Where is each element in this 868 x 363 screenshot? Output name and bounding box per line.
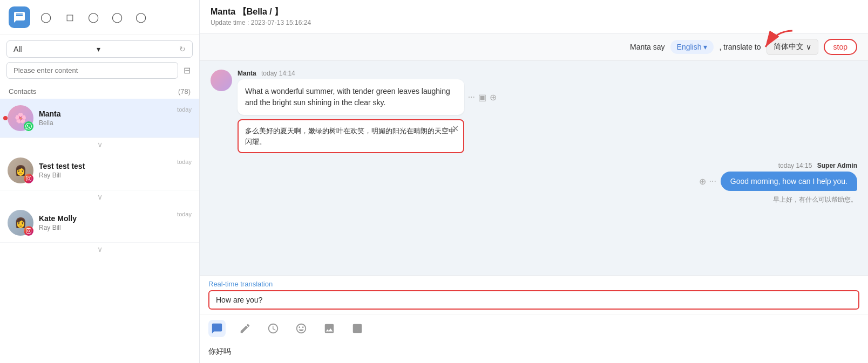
expand-chevron-kate[interactable]: ∨: [97, 245, 103, 254]
whatsapp-icon[interactable]: ◯: [85, 9, 101, 25]
msg-body-manta: Manta today 14:14 What a wonderful summe…: [238, 70, 464, 153]
chat-main: Manta 【Bella / 】 Update time : 2023-07-1…: [200, 0, 868, 363]
contact-name-kate: Kate Molly: [39, 214, 172, 223]
contact-time-manta: today: [177, 106, 192, 113]
chevron-row-manta: ∨: [0, 138, 199, 151]
msg-avatar-manta: [211, 70, 232, 91]
msg-sender-manta: Manta: [238, 70, 256, 77]
msg-out-sender: Super Admin: [817, 162, 857, 169]
chevron-down-icon: ▾: [97, 45, 100, 53]
target-lang-chevron: ∨: [806, 43, 811, 51]
sidebar-controls: All ▾ ↻ ⊟: [0, 35, 199, 84]
all-dropdown[interactable]: All ▾ ↻: [6, 40, 193, 58]
add-icon[interactable]: ⊕: [699, 176, 706, 187]
contact-info-manta: Manta Bella: [39, 109, 172, 127]
translation-bar: Manta say English ▾ , translate to 简体中文 …: [200, 33, 868, 61]
target-lang-label: 简体中文: [774, 42, 804, 52]
emoji-toolbar-icon[interactable]: [293, 320, 310, 337]
outgoing-translation: 早上好，有什么可以帮助您。: [773, 195, 857, 204]
contact-list: 🌸 Manta Bella today ∨ 👩 Test test test: [0, 99, 199, 363]
chat-bubble-toolbar-icon[interactable]: [208, 320, 226, 337]
search-row: ⊟: [6, 62, 193, 79]
contact-name-manta: Manta: [39, 109, 172, 118]
target-lang-dropdown[interactable]: 简体中文 ∨: [767, 39, 818, 55]
more-options-icon[interactable]: ···: [468, 92, 475, 102]
msg-out-time: today 14:15: [778, 162, 812, 169]
bubble-wrap-manta: What a wonderful summer, with tender gre…: [238, 79, 464, 115]
whatsapp-badge: [24, 121, 33, 131]
realtime-translation-label: Real-time translation: [200, 276, 868, 290]
instagram-icon[interactable]: ◻: [62, 9, 78, 25]
globe-icon[interactable]: ⊕: [490, 92, 497, 102]
avatar-wrap: 🌸: [8, 105, 33, 131]
contact-sub-kate: Ray Bill: [39, 224, 172, 231]
filter-icon[interactable]: ⊟: [181, 63, 193, 78]
input-text-area[interactable]: 你好吗: [200, 343, 868, 363]
expand-chevron-test[interactable]: ∨: [97, 193, 103, 201]
out-wrap: ⊕ ··· Good morning, how can I help you.: [699, 172, 857, 191]
chat-header: Manta 【Bella / 】 Update time : 2023-07-1…: [200, 0, 868, 33]
telegram-icon[interactable]: ◯: [133, 9, 149, 25]
contact-sub-manta: Bella: [39, 119, 172, 127]
contact-time-test: today: [177, 159, 192, 165]
clock-toolbar-icon[interactable]: [265, 320, 282, 337]
expand-chevron-manta[interactable]: ∨: [97, 140, 103, 149]
msg-meta-manta: Manta today 14:14: [238, 70, 464, 77]
realtime-input-box[interactable]: How are you?: [208, 290, 859, 310]
chat-update-time: Update time : 2023-07-13 15:16:24: [211, 19, 857, 26]
image-text-toolbar-icon[interactable]: [321, 320, 338, 337]
message-bubble-manta: What a wonderful summer, with tender gre…: [238, 79, 464, 115]
source-lang-dropdown[interactable]: English ▾: [670, 40, 714, 54]
avatar-wrap-test: 👩: [8, 157, 33, 183]
contact-item-test[interactable]: 👩 Test test test Ray Bill today: [0, 151, 199, 190]
contacts-count: (78): [178, 87, 191, 95]
toolbar-icons: [200, 314, 868, 343]
instagram-badge-test: [24, 174, 33, 183]
contact-item-manta[interactable]: 🌸 Manta Bella today: [0, 99, 199, 138]
facebook-icon[interactable]: ◯: [38, 9, 54, 25]
source-lang-label: English: [677, 43, 702, 51]
bubble-actions: ··· ▣ ⊕: [468, 92, 497, 102]
search-input[interactable]: [6, 62, 178, 79]
contacts-label: Contacts: [9, 87, 36, 95]
manta-say-label: Manta say: [630, 43, 665, 51]
contact-info-test: Test test test Ray Bill: [39, 162, 172, 179]
out-actions: ⊕ ···: [699, 176, 716, 187]
stop-button[interactable]: stop: [824, 39, 857, 55]
msg-time-manta: today 14:14: [261, 70, 295, 77]
source-lang-chevron: ▾: [703, 43, 707, 51]
twitter-icon[interactable]: ◯: [109, 9, 125, 25]
contact-name-test: Test test test: [39, 162, 172, 170]
unread-dot: [3, 116, 8, 120]
edit-toolbar-icon[interactable]: [236, 320, 254, 337]
translate-to-label: , translate to: [719, 43, 761, 51]
image-toolbar-icon[interactable]: [349, 320, 366, 337]
avatar-wrap-kate: 👩: [8, 210, 33, 236]
msg-out-meta: today 14:15 Super Admin: [778, 162, 857, 169]
translation-box-manta: 多么美好的夏天啊，嫩绿的树叶在欢笑，明媚的阳光在晴朗的天空中闪耀。 ✕: [238, 119, 464, 153]
bottom-bar: Real-time translation How are you? 你好吗: [200, 275, 868, 363]
chevron-row-kate: ∨: [0, 243, 199, 256]
chat-title: Manta 【Bella / 】: [211, 6, 857, 18]
translation-close-btn[interactable]: ✕: [452, 122, 459, 135]
incoming-message-manta: Manta today 14:14 What a wonderful summe…: [211, 70, 857, 153]
contacts-header: Contacts (78): [0, 84, 199, 99]
translated-text-manta: 多么美好的夏天啊，嫩绿的树叶在欢笑，明媚的阳光在晴朗的天空中闪耀。: [245, 127, 456, 146]
all-label: All: [13, 45, 22, 53]
outgoing-message-admin: today 14:15 Super Admin ⊕ ··· Good morni…: [211, 162, 857, 204]
sidebar: ◯ ◻ ◯ ◯ ◯ All ▾ ↻ ⊟ Contacts (78) 🌸: [0, 0, 200, 363]
contact-time-kate: today: [177, 211, 192, 217]
chevron-row-test: ∨: [0, 190, 199, 203]
outgoing-bubble: Good morning, how can I help you.: [721, 172, 857, 191]
contact-info-kate: Kate Molly Ray Bill: [39, 214, 172, 231]
copy-icon[interactable]: ▣: [478, 92, 486, 102]
refresh-icon[interactable]: ↻: [179, 45, 186, 53]
app-icon[interactable]: [9, 6, 30, 28]
more-options-out-icon[interactable]: ···: [709, 176, 716, 187]
contact-sub-test: Ray Bill: [39, 172, 172, 179]
sidebar-top-icons: ◯ ◻ ◯ ◯ ◯: [0, 0, 199, 35]
messages-area: Manta today 14:14 What a wonderful summe…: [200, 61, 868, 275]
instagram-badge-kate: [24, 226, 33, 236]
contact-item-kate[interactable]: 👩 Kate Molly Ray Bill today: [0, 203, 199, 243]
